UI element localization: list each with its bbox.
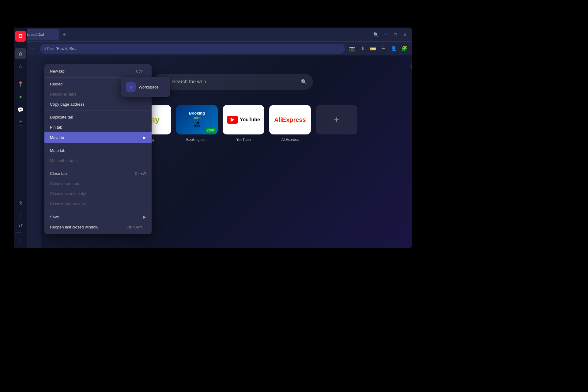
sidebar-icon-home[interactable]: ⌂ xyxy=(15,48,26,59)
window-controls: 🔍 ─ □ ✕ xyxy=(371,30,409,39)
sidebar: O ⌂ ☆ 📍 ● 💬 📱 ⏱ ♡ ↺ ··· xyxy=(14,28,27,248)
heart-icon: ♡ xyxy=(18,212,23,218)
menu-item-close-other-label: Close other tabs xyxy=(50,181,79,186)
menu-item-reopen-last[interactable]: Reopen last closed window Ctrl+Shift+T xyxy=(44,222,152,232)
menu-item-save[interactable]: Save ▶ xyxy=(44,212,152,222)
menu-item-move-to[interactable]: Move to ▶ xyxy=(44,132,152,143)
add-icon: + xyxy=(334,114,340,126)
search-placeholder: Search the web xyxy=(172,79,206,84)
maximize-button[interactable]: □ xyxy=(391,30,400,39)
youtube-text: YouTube xyxy=(240,117,260,123)
sidebar-bottom: ⏱ ♡ ↺ ··· xyxy=(15,198,26,245)
menu-item-close-duplicate: Close duplicate tabs xyxy=(44,199,152,209)
wallet-icon-btn[interactable]: 💳 xyxy=(368,44,378,53)
search-container[interactable]: Search the web 🔍 xyxy=(154,74,313,90)
submenu-item-workspace[interactable]: ☆ Workspace xyxy=(121,79,170,95)
menu-item-mute-other: Mute other tabs xyxy=(44,156,152,166)
forward-button[interactable]: › xyxy=(28,44,38,53)
youtube-play-icon xyxy=(231,118,234,122)
sidebar-icon-bookmark[interactable]: ☆ xyxy=(15,61,26,72)
sidebar-icon-clock[interactable]: ⏱ xyxy=(15,198,26,209)
workspace-star-icon: ☆ xyxy=(129,84,133,90)
menu-item-close-tab-shortcut: Ctrl+W xyxy=(135,172,146,176)
menu-item-reopen-last-shortcut: Ctrl+Shift+T xyxy=(126,225,146,229)
menu-item-close-duplicate-label: Close duplicate tabs xyxy=(50,202,86,206)
tile-youtube[interactable]: YouTube xyxy=(223,105,264,134)
tile-wrapper-youtube: YouTube YouTube xyxy=(223,105,264,134)
history-icon: ↺ xyxy=(19,223,23,229)
title-bar: Speed Dial + 🔍 ─ □ ✕ xyxy=(14,28,412,41)
address-bar[interactable]: it Post "How to Re... xyxy=(40,44,345,54)
search-input[interactable]: Search the web xyxy=(172,79,296,85)
tile-label-youtube: YouTube xyxy=(223,138,264,142)
booking-badge: -15% xyxy=(206,128,216,133)
youtube-logo: YouTube xyxy=(223,105,264,134)
menu-item-mute-other-label: Mute other tabs xyxy=(50,158,77,163)
tile-add[interactable]: + xyxy=(316,105,357,134)
menu-item-reopen-last-label: Reopen last closed window xyxy=(50,225,98,229)
menu-item-new-tab-shortcut: Ctrl+T xyxy=(136,69,146,74)
sidebar-divider-1 xyxy=(17,45,24,45)
sidebar-icon-whatsapp[interactable]: 📱 xyxy=(15,117,26,128)
booking-logo: Booking .com 🏖 xyxy=(187,108,207,131)
menu-item-duplicate-tab[interactable]: Duplicate tab xyxy=(44,112,152,122)
tab-title: Speed Dial xyxy=(26,32,44,37)
tile-wrapper-booking: Booking .com 🏖 -15% Booking.com xyxy=(176,105,218,134)
download-icon-btn[interactable]: ⬇ xyxy=(358,44,367,53)
profile-icon-btn[interactable]: 👤 xyxy=(389,44,398,53)
search-submit-icon[interactable]: 🔍 xyxy=(300,77,308,86)
menu-item-close-tab[interactable]: Close tab Ctrl+W xyxy=(44,168,152,179)
close-button[interactable]: ✕ xyxy=(401,30,409,39)
whatsapp-icon: 📱 xyxy=(17,120,24,126)
tile-label-aliexpress: AliExpress xyxy=(269,138,311,142)
bookmark-icon: ☆ xyxy=(18,63,23,70)
green-icon: ● xyxy=(19,94,22,100)
sidebar-icon-heart[interactable]: ♡ xyxy=(15,209,26,220)
submenu-item-workspace-label: Workspace xyxy=(139,85,159,89)
menu-item-reload-label: Reload xyxy=(50,82,62,86)
menu-item-close-tab-label: Close tab xyxy=(50,171,67,176)
menu-separator-2 xyxy=(44,111,152,111)
menu-item-copy-address[interactable]: Copy page address xyxy=(44,99,152,109)
maps-icon: 📍 xyxy=(17,81,24,87)
customize-icon[interactable]: ⊙ xyxy=(410,62,412,71)
menu-item-mute-tab-label: Mute tab xyxy=(50,148,66,153)
extensions-icon-btn[interactable]: 🧩 xyxy=(400,44,409,53)
sidebar-icon-messenger[interactable]: 💬 xyxy=(15,104,26,115)
minimize-button[interactable]: ─ xyxy=(381,30,390,39)
clock-icon: ⏱ xyxy=(18,201,23,206)
menu-item-new-tab-label: New tab xyxy=(50,69,65,74)
sidebar-icon-green[interactable]: ● xyxy=(15,91,26,102)
menu-item-mute-tab[interactable]: Mute tab xyxy=(44,145,152,156)
sidebar-divider-3 xyxy=(15,232,22,233)
address-text: it Post "How to Re... xyxy=(44,47,341,51)
menu-item-move-to-arrow: ▶ xyxy=(143,135,146,140)
list-icon-btn[interactable]: ☰ xyxy=(379,44,388,53)
tile-aliexpress[interactable]: AliExpress xyxy=(269,105,311,134)
tile-wrapper-add: + xyxy=(316,105,357,134)
browser-window: Speed Dial + 🔍 ─ □ ✕ ‹ › it Post "How to… xyxy=(14,28,412,248)
sidebar-icon-maps[interactable]: 📍 xyxy=(15,78,26,89)
menu-item-close-right-label: Close tabs to the right xyxy=(50,191,89,196)
menu-item-pin-tab[interactable]: Pin tab xyxy=(44,122,152,132)
menu-separator-3 xyxy=(44,144,152,144)
search-button[interactable]: 🔍 xyxy=(371,30,380,39)
aliexpress-logo: AliExpress xyxy=(269,105,311,134)
sidebar-icon-more[interactable]: ··· xyxy=(15,234,26,245)
tab-area: Speed Dial + xyxy=(16,29,371,40)
menu-item-close-right: Close tabs to the right xyxy=(44,189,152,199)
workspace-icon: ☆ xyxy=(126,82,136,92)
tile-booking[interactable]: Booking .com 🏖 -15% xyxy=(176,105,218,134)
sidebar-icon-opera[interactable]: O xyxy=(15,31,26,42)
menu-separator-5 xyxy=(44,210,152,210)
submenu-move-to: ☆ Workspace xyxy=(121,77,170,97)
camera-icon-btn[interactable]: 📷 xyxy=(348,44,357,53)
youtube-icon xyxy=(227,116,238,124)
menu-item-move-to-label: Move to xyxy=(50,135,64,140)
home-icon: ⌂ xyxy=(19,51,22,57)
tile-wrapper-aliexpress: AliExpress AliExpress xyxy=(269,105,311,134)
menu-item-new-tab[interactable]: New tab Ctrl+T xyxy=(44,66,152,76)
new-tab-button[interactable]: + xyxy=(60,31,68,39)
nav-icons: 📷 ⬇ 💳 ☰ 👤 🧩 xyxy=(348,44,409,53)
sidebar-icon-history[interactable]: ↺ xyxy=(15,220,26,231)
